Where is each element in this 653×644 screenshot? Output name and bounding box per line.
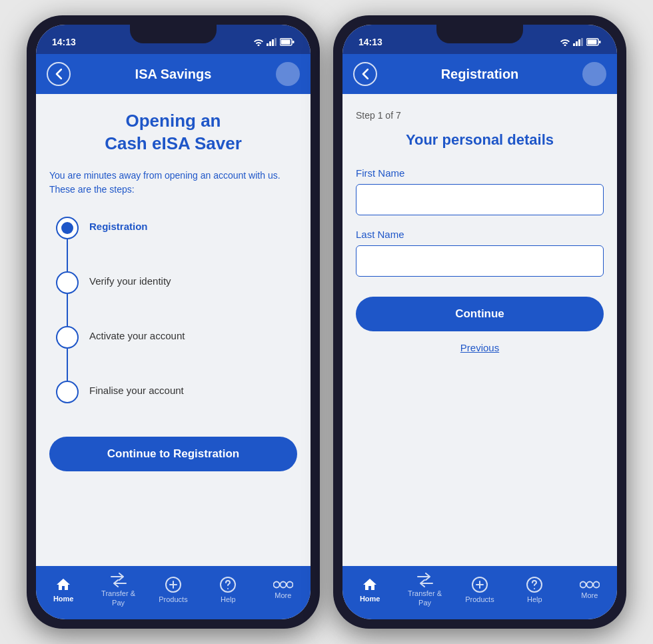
- step-label-3: Activate your account: [89, 326, 185, 341]
- opening-description: You are minutes away from opening an acc…: [49, 169, 297, 197]
- battery-icon: [280, 38, 295, 46]
- nav-more-label-2: More: [581, 591, 598, 600]
- step-circle-wrap-3: [56, 326, 79, 381]
- svg-rect-18: [588, 40, 597, 45]
- status-icons-1: [253, 38, 295, 46]
- step-circle-4: [56, 381, 79, 403]
- step-circle-2: [56, 271, 79, 294]
- step-circle-wrap-2: [56, 271, 79, 326]
- header-title-2: Registration: [441, 67, 519, 82]
- nav-transfer-1[interactable]: Transfer &Pay: [99, 573, 139, 607]
- more-icon-1: [273, 580, 293, 589]
- svg-rect-3: [275, 38, 277, 46]
- nav-more-2[interactable]: More: [570, 580, 610, 600]
- svg-point-23: [580, 581, 586, 587]
- step-label-1: Registration: [89, 217, 148, 232]
- svg-rect-1: [269, 41, 271, 46]
- app-header-1: ISA Savings: [36, 54, 311, 94]
- svg-point-24: [586, 581, 592, 587]
- step-circle-wrap-1: [56, 217, 79, 271]
- last-name-input[interactable]: [356, 245, 604, 277]
- continue-registration-button[interactable]: Continue to Registration: [49, 437, 297, 471]
- transfer-icon-1: [110, 573, 127, 587]
- question-circle-icon-2: [526, 576, 543, 593]
- continue-button[interactable]: Continue: [356, 297, 604, 331]
- battery-icon-2: [586, 38, 601, 46]
- step-circle-3: [56, 326, 79, 349]
- step-indicator: Step 1 of 7: [356, 110, 604, 121]
- svg-rect-14: [576, 41, 578, 46]
- nav-products-2[interactable]: Products: [460, 576, 500, 604]
- svg-point-10: [273, 581, 279, 587]
- first-name-input[interactable]: [356, 184, 604, 215]
- home-icon-2: [362, 577, 378, 593]
- svg-point-11: [280, 581, 286, 587]
- app-content-2: Step 1 of 7 Your personal details First …: [342, 94, 617, 566]
- step-circle-wrap-4: [56, 381, 79, 403]
- step-item-3: Activate your account: [56, 326, 297, 381]
- phone-2: 14:13: [333, 15, 626, 629]
- wifi-icon: [253, 38, 264, 46]
- svg-point-9: [227, 588, 229, 589]
- svg-rect-0: [267, 43, 269, 46]
- nav-home-label-2: Home: [360, 595, 380, 603]
- plus-circle-icon-2: [471, 576, 488, 593]
- status-bar-1: 14:13: [36, 25, 311, 54]
- status-icons-2: [560, 38, 601, 46]
- more-icon-2: [580, 580, 600, 589]
- avatar-1: [276, 62, 300, 86]
- nav-more-label-1: More: [275, 591, 291, 600]
- back-button-1[interactable]: [47, 62, 71, 86]
- nav-home-1[interactable]: Home: [43, 577, 83, 603]
- notch-2: [436, 25, 523, 43]
- step-item-1: Registration: [56, 217, 297, 271]
- nav-products-label-1: Products: [159, 595, 187, 604]
- signal-icon-2: [573, 38, 584, 46]
- nav-help-label-1: Help: [221, 595, 236, 604]
- step-item-4: Finalise your account: [56, 381, 297, 403]
- nav-transfer-label-2: Transfer &Pay: [408, 589, 442, 607]
- plus-circle-icon-1: [165, 576, 182, 593]
- svg-point-12: [287, 581, 293, 587]
- bottom-nav-1: Home Transfer &Pay Products: [36, 566, 311, 619]
- signal-icon: [267, 38, 277, 46]
- step-line-3: [67, 349, 68, 381]
- nav-transfer-2[interactable]: Transfer &Pay: [405, 573, 445, 607]
- wifi-icon-2: [560, 38, 570, 46]
- bottom-nav-2: Home Transfer &Pay Products: [342, 566, 617, 619]
- nav-help-1[interactable]: Help: [208, 576, 248, 604]
- avatar-2: [582, 62, 606, 86]
- nav-products-1[interactable]: Products: [153, 576, 193, 604]
- opening-title: Opening anCash eISA Saver: [49, 110, 297, 155]
- back-button-2[interactable]: [353, 62, 377, 86]
- nav-home-label-1: Home: [53, 595, 74, 603]
- step-label-4: Finalise your account: [89, 381, 184, 396]
- steps-list: Registration Verify your identity: [49, 217, 297, 403]
- nav-help-label-2: Help: [527, 595, 542, 604]
- phones-container: 14:13: [27, 15, 626, 629]
- nav-home-2[interactable]: Home: [350, 577, 390, 603]
- svg-rect-5: [281, 40, 291, 45]
- home-icon-1: [55, 577, 71, 593]
- svg-rect-16: [581, 38, 583, 46]
- svg-rect-13: [573, 43, 575, 46]
- question-circle-icon-1: [219, 576, 237, 593]
- nav-products-label-2: Products: [465, 595, 494, 604]
- app-header-2: Registration: [342, 54, 617, 94]
- svg-point-22: [534, 588, 535, 589]
- nav-transfer-label-1: Transfer &Pay: [101, 589, 135, 607]
- step-label-2: Verify your identity: [89, 271, 171, 287]
- svg-rect-2: [272, 39, 274, 46]
- svg-rect-15: [578, 39, 580, 46]
- nav-more-1[interactable]: More: [263, 580, 303, 600]
- app-content-1: Opening anCash eISA Saver You are minute…: [36, 94, 311, 566]
- step-item-2: Verify your identity: [56, 271, 297, 326]
- notch-1: [130, 25, 217, 43]
- header-title-1: ISA Savings: [135, 67, 212, 82]
- last-name-label: Last Name: [356, 229, 604, 240]
- personal-title: Your personal details: [356, 131, 604, 149]
- svg-rect-6: [293, 41, 295, 43]
- status-time-1: 14:13: [52, 37, 76, 47]
- nav-help-2[interactable]: Help: [514, 576, 554, 604]
- previous-link[interactable]: Previous: [356, 342, 604, 353]
